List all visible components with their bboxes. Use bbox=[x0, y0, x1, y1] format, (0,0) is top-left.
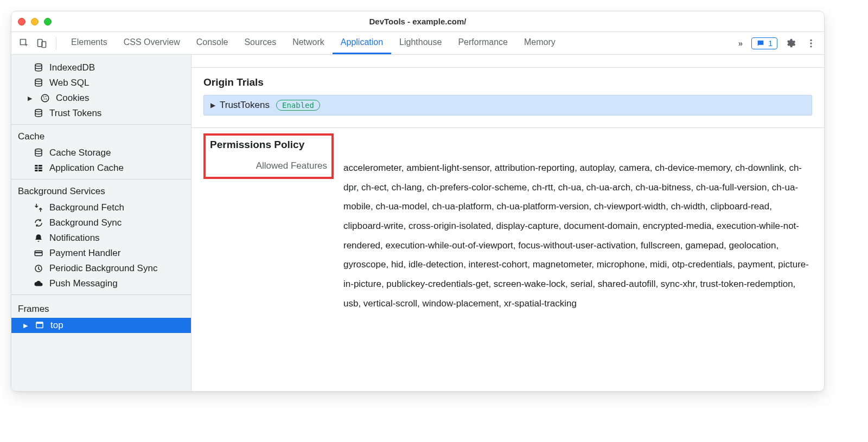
database-icon bbox=[33, 62, 44, 73]
allowed-features-list: accelerometer, ambient-light-sensor, att… bbox=[343, 158, 812, 313]
sidebar-item-bg-sync[interactable]: Background Sync bbox=[11, 215, 191, 230]
tab-sources[interactable]: Sources bbox=[236, 32, 284, 54]
origin-trials-section: Origin Trials ▶ TrustTokens Enabled bbox=[192, 68, 824, 124]
frame-icon bbox=[34, 320, 45, 331]
svg-point-12 bbox=[35, 110, 42, 112]
sidebar-item-label: Application Cache bbox=[49, 163, 124, 174]
sidebar-item-frame-top[interactable]: ▶ top bbox=[11, 318, 191, 333]
sidebar-item-bg-fetch[interactable]: Background Fetch bbox=[11, 200, 191, 215]
sidebar-item-push-messaging[interactable]: Push Messaging bbox=[11, 276, 191, 291]
sidebar-item-payment-handler[interactable]: Payment Handler bbox=[11, 246, 191, 261]
main-pane: Origin Trials ▶ TrustTokens Enabled Perm… bbox=[192, 55, 824, 391]
tab-memory[interactable]: Memory bbox=[516, 32, 564, 54]
devtools-window: DevTools - example.com/ Elements CSS Ove… bbox=[11, 11, 825, 392]
tab-label: Console bbox=[196, 37, 228, 47]
svg-rect-24 bbox=[36, 322, 43, 324]
tab-application[interactable]: Application bbox=[333, 32, 391, 54]
fetch-icon bbox=[33, 202, 44, 213]
sidebar-item-label: Trust Tokens bbox=[49, 108, 101, 119]
card-icon bbox=[33, 248, 44, 259]
permissions-subtitle: Allowed Features bbox=[256, 161, 327, 171]
background-services-group: Background Services Background Fetch Bac… bbox=[11, 180, 191, 295]
sidebar-item-label: Notifications bbox=[49, 233, 100, 244]
group-header-frames: Frames bbox=[11, 298, 191, 318]
close-window-button[interactable] bbox=[18, 18, 25, 25]
device-toolbar-icon[interactable] bbox=[34, 36, 49, 51]
titlebar: DevTools - example.com/ bbox=[11, 11, 824, 32]
origin-trial-name: TrustTokens bbox=[220, 100, 270, 111]
main-top-spacer bbox=[192, 55, 824, 68]
svg-rect-14 bbox=[35, 165, 37, 166]
panel-tabs: Elements CSS Overview Console Sources Ne… bbox=[63, 32, 564, 54]
origin-trial-row-trusttokens[interactable]: ▶ TrustTokens Enabled bbox=[203, 95, 812, 116]
tab-label: Sources bbox=[244, 37, 276, 47]
tab-console[interactable]: Console bbox=[188, 32, 237, 54]
window-title: DevTools - example.com/ bbox=[11, 17, 824, 26]
sidebar-item-label: Cache Storage bbox=[49, 148, 111, 158]
tab-lighthouse[interactable]: Lighthouse bbox=[391, 32, 450, 54]
sidebar-item-label: Push Messaging bbox=[49, 278, 118, 289]
svg-rect-15 bbox=[39, 165, 42, 166]
cookie-icon bbox=[40, 93, 50, 104]
issues-button[interactable]: 1 bbox=[751, 37, 777, 49]
permissions-policy-section: Permissions Policy Allowed Features acce… bbox=[192, 128, 824, 325]
sidebar-item-websql[interactable]: Web SQL bbox=[11, 75, 191, 91]
sidebar-item-application-cache[interactable]: Application Cache bbox=[11, 161, 191, 176]
bell-icon bbox=[33, 233, 44, 244]
svg-point-11 bbox=[46, 98, 47, 99]
sidebar-item-cache-storage[interactable]: Cache Storage bbox=[11, 145, 191, 161]
tab-label: Performance bbox=[458, 37, 508, 47]
panel-body: IndexedDB Web SQL ▶ Cookies bbox=[11, 55, 824, 391]
tabs-overflow-button[interactable]: » bbox=[735, 39, 746, 48]
database-icon bbox=[33, 108, 44, 119]
toolbar-separator bbox=[56, 37, 56, 50]
svg-rect-19 bbox=[39, 170, 42, 171]
more-menu-icon[interactable] bbox=[803, 36, 819, 51]
sidebar-item-label: Payment Handler bbox=[49, 248, 120, 259]
svg-rect-17 bbox=[39, 168, 42, 169]
tab-css-overview[interactable]: CSS Overview bbox=[116, 32, 188, 54]
devtools-toolbar: Elements CSS Overview Console Sources Ne… bbox=[11, 32, 824, 55]
tab-label: Elements bbox=[71, 37, 107, 47]
svg-point-5 bbox=[35, 64, 42, 67]
svg-point-4 bbox=[810, 46, 812, 47]
sidebar-item-indexeddb[interactable]: IndexedDB bbox=[11, 60, 191, 75]
database-icon bbox=[33, 78, 44, 88]
settings-icon[interactable] bbox=[783, 36, 798, 51]
tab-label: Memory bbox=[524, 37, 556, 47]
issues-count: 1 bbox=[768, 39, 773, 48]
zoom-window-button[interactable] bbox=[44, 18, 52, 25]
sidebar-item-notifications[interactable]: Notifications bbox=[11, 230, 191, 246]
issues-icon bbox=[756, 39, 765, 48]
tab-label: Network bbox=[292, 37, 324, 47]
sidebar-item-label: top bbox=[50, 320, 63, 331]
group-header-bg: Background Services bbox=[11, 183, 191, 200]
tab-performance[interactable]: Performance bbox=[450, 32, 516, 54]
database-icon bbox=[33, 148, 44, 158]
clock-icon bbox=[33, 263, 44, 274]
tab-label: CSS Overview bbox=[124, 37, 180, 47]
sidebar-item-cookies[interactable]: ▶ Cookies bbox=[11, 91, 191, 106]
svg-point-2 bbox=[810, 39, 812, 41]
grid-icon bbox=[33, 163, 44, 174]
expand-caret-icon: ▶ bbox=[27, 95, 33, 102]
tab-network[interactable]: Network bbox=[284, 32, 333, 54]
svg-point-8 bbox=[43, 97, 44, 98]
sidebar-item-trust-tokens[interactable]: Trust Tokens bbox=[11, 106, 191, 121]
toolbar-right: » 1 bbox=[735, 36, 819, 51]
minimize-window-button[interactable] bbox=[31, 18, 39, 25]
svg-point-9 bbox=[46, 96, 47, 97]
permissions-left-column: Permissions Policy Allowed Features bbox=[203, 133, 334, 179]
origin-trials-title: Origin Trials bbox=[203, 76, 812, 88]
svg-rect-18 bbox=[35, 170, 37, 171]
sidebar-item-label: Web SQL bbox=[49, 78, 89, 88]
application-sidebar: IndexedDB Web SQL ▶ Cookies bbox=[11, 55, 192, 391]
highlight-box: Permissions Policy Allowed Features bbox=[203, 133, 334, 179]
sync-icon bbox=[33, 217, 44, 228]
inspect-element-icon[interactable] bbox=[17, 36, 32, 51]
svg-point-6 bbox=[35, 79, 42, 82]
sidebar-item-periodic-sync[interactable]: Periodic Background Sync bbox=[11, 261, 191, 276]
status-chip-enabled: Enabled bbox=[276, 100, 320, 111]
svg-point-13 bbox=[35, 149, 42, 152]
tab-elements[interactable]: Elements bbox=[63, 32, 116, 54]
